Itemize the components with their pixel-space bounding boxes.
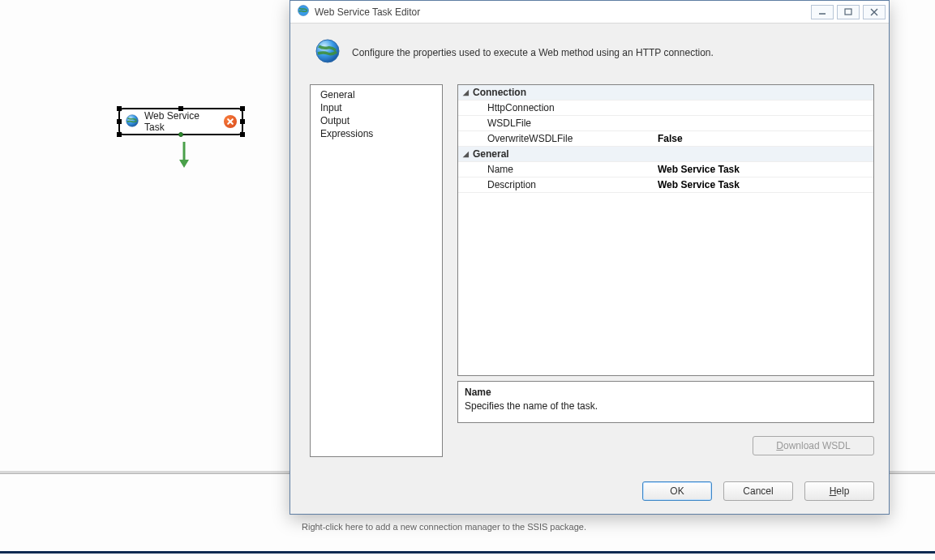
- ok-button[interactable]: OK: [642, 481, 712, 501]
- property-value[interactable]: Web Service Task: [653, 177, 873, 192]
- resize-handle[interactable]: [240, 132, 245, 137]
- category-name: General: [473, 147, 653, 161]
- property-grid[interactable]: ◢ConnectionHttpConnectionWSDLFileOverwri…: [457, 84, 874, 376]
- property-name: Description: [473, 177, 653, 192]
- nav-item-input[interactable]: Input: [311, 101, 442, 114]
- property-name: WSDLFile: [473, 116, 653, 130]
- resize-handle[interactable]: [240, 119, 245, 124]
- maximize-button[interactable]: [837, 5, 860, 19]
- property-row[interactable]: NameWeb Service Task: [458, 162, 873, 177]
- resize-handle[interactable]: [117, 132, 122, 137]
- download-wsdl-button[interactable]: Download WSDL: [753, 436, 874, 455]
- property-help-desc: Specifies the name of the task.: [465, 400, 867, 412]
- property-category[interactable]: ◢General: [458, 147, 873, 162]
- category-name: Connection: [473, 85, 653, 100]
- globe-icon: [315, 38, 341, 66]
- svg-rect-5: [845, 9, 851, 15]
- property-name: Name: [473, 162, 653, 177]
- property-name: HttpConnection: [473, 100, 653, 115]
- nav-item-general[interactable]: General: [311, 88, 442, 101]
- resize-handle[interactable]: [240, 106, 245, 111]
- dialog-header: Configure the properties used to execute…: [290, 24, 889, 84]
- precedence-arrow[interactable]: [177, 140, 191, 169]
- resize-handle[interactable]: [117, 106, 122, 111]
- globe-icon: [125, 113, 139, 130]
- collapse-icon[interactable]: ◢: [458, 147, 473, 161]
- property-row[interactable]: WSDLFile: [458, 116, 873, 131]
- close-button[interactable]: [863, 5, 886, 19]
- dialog-title: Web Service Task Editor: [315, 6, 420, 18]
- property-help-pane: Name Specifies the name of the task.: [457, 381, 874, 423]
- property-value[interactable]: False: [653, 131, 873, 146]
- output-connector[interactable]: [178, 132, 183, 137]
- resize-handle[interactable]: [117, 119, 122, 124]
- dialog-titlebar[interactable]: Web Service Task Editor: [290, 1, 889, 24]
- minimize-button[interactable]: [811, 5, 834, 19]
- web-service-task-editor-dialog: Web Service Task Editor: [290, 0, 890, 515]
- globe-icon: [297, 4, 310, 19]
- property-value[interactable]: Web Service Task: [653, 162, 873, 177]
- nav-item-expressions[interactable]: Expressions: [311, 127, 442, 140]
- property-category[interactable]: ◢Connection: [458, 85, 873, 100]
- property-help-name: Name: [465, 387, 867, 398]
- property-value[interactable]: [653, 100, 873, 115]
- resize-handle[interactable]: [178, 106, 183, 111]
- svg-marker-2: [179, 160, 189, 168]
- web-service-task-node[interactable]: Web Service Task: [118, 108, 243, 135]
- property-row[interactable]: HttpConnection: [458, 100, 873, 116]
- download-wsdl-label: ownload WSDL: [783, 440, 851, 451]
- connection-managers-hint: Right-click here to add a new connection…: [302, 522, 586, 532]
- nav-item-output[interactable]: Output: [311, 114, 442, 127]
- dialog-nav-list[interactable]: GeneralInputOutputExpressions: [310, 84, 443, 457]
- collapse-icon[interactable]: ◢: [458, 85, 473, 100]
- property-value[interactable]: [653, 116, 873, 130]
- property-row[interactable]: DescriptionWeb Service Task: [458, 177, 873, 193]
- help-button[interactable]: Help: [804, 481, 874, 501]
- cancel-button[interactable]: Cancel: [723, 481, 793, 501]
- dialog-description: Configure the properties used to execute…: [352, 47, 714, 58]
- error-icon: [224, 115, 237, 128]
- dialog-footer: OK Cancel Help: [290, 467, 889, 514]
- property-name: OverwriteWSDLFile: [473, 131, 653, 146]
- property-row[interactable]: OverwriteWSDLFileFalse: [458, 131, 873, 147]
- task-node-label: Web Service Task: [144, 110, 219, 133]
